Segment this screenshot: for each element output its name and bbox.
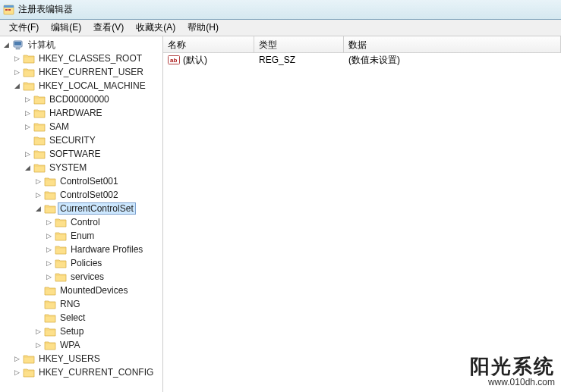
expand-icon[interactable]: ▷ — [12, 67, 21, 77]
tree-label: SECURITY — [47, 134, 98, 146]
folder-icon — [55, 230, 67, 241]
tree-label: services — [68, 271, 106, 283]
tree-node-system[interactable]: ◢SYSTEM — [23, 161, 162, 174]
tree-node-hkcc[interactable]: ▷HKEY_CURRENT_CONFIG — [12, 365, 162, 379]
list-panel[interactable]: 名称 类型 数据 (默认) REG_SZ (数值未设置) — [163, 36, 561, 392]
collapse-icon[interactable]: ◢ — [23, 163, 32, 172]
menu-favorites[interactable]: 收藏夹(A) — [130, 20, 181, 36]
titlebar: 注册表编辑器 — [0, 0, 561, 20]
string-value-icon — [168, 55, 180, 65]
tree-node-hkcr[interactable]: ▷HKEY_CLASSES_ROOT — [12, 52, 162, 65]
tree-node-software[interactable]: ▷SOFTWARE — [23, 147, 162, 161]
tree-label: Select — [58, 312, 87, 324]
folder-icon — [55, 217, 67, 227]
col-header-type[interactable]: 类型 — [254, 36, 344, 52]
cell-name: (默认) — [163, 54, 254, 67]
folder-icon — [23, 80, 35, 91]
expand-icon[interactable]: ▷ — [33, 177, 43, 186]
tree-node-wpa[interactable]: ▷WPA — [33, 338, 162, 352]
tree-node-hkcu[interactable]: ▷HKEY_CURRENT_USER — [12, 65, 162, 79]
tree-node-hwprofiles[interactable]: ▷Hardware Profiles — [44, 243, 162, 256]
tree-node-hklm[interactable]: ◢HKEY_LOCAL_MACHINE — [12, 79, 162, 93]
expand-icon[interactable]: ▷ — [23, 122, 32, 131]
tree-label: HKEY_LOCAL_MACHINE — [36, 80, 148, 92]
expand-icon[interactable]: ▷ — [12, 54, 21, 63]
folder-icon — [33, 162, 46, 173]
tree-node-select[interactable]: ▷Select — [33, 311, 162, 325]
tree-node-enum[interactable]: ▷Enum — [44, 229, 162, 243]
tree-label: MountedDevices — [58, 284, 130, 296]
tree-label: CurrentControlSet — [58, 202, 136, 215]
collapse-icon[interactable]: ◢ — [33, 204, 43, 213]
tree-node-cs001[interactable]: ▷ControlSet001 — [33, 174, 162, 188]
menubar: 文件(F) 编辑(E) 查看(V) 收藏夹(A) 帮助(H) — [0, 20, 561, 36]
folder-icon — [44, 340, 56, 350]
folder-icon — [55, 258, 67, 268]
expand-icon[interactable]: ▷ — [23, 149, 32, 158]
folder-icon — [23, 353, 35, 364]
menu-view[interactable]: 查看(V) — [87, 20, 130, 36]
tree-node-bcd[interactable]: ▷BCD00000000 — [23, 93, 162, 106]
tree-label: HKEY_USERS — [36, 353, 102, 365]
expand-icon[interactable]: ▷ — [44, 259, 53, 268]
col-header-name[interactable]: 名称 — [163, 36, 254, 52]
tree-node-control[interactable]: ▷Control — [44, 215, 162, 229]
tree-label: 计算机 — [26, 38, 58, 52]
collapse-icon[interactable]: ◢ — [12, 81, 21, 90]
expand-icon[interactable]: ▷ — [44, 231, 53, 240]
tree-node-currentcontrolset[interactable]: ◢CurrentControlSet — [33, 202, 162, 215]
tree-label: SAM — [47, 121, 71, 133]
tree-label: HKEY_CURRENT_USER — [36, 66, 146, 78]
tree-label: HKEY_CURRENT_CONFIG — [36, 366, 156, 378]
expand-icon[interactable]: ▷ — [23, 108, 32, 118]
value-name: (默认) — [183, 54, 207, 67]
cell-type: REG_SZ — [254, 55, 344, 65]
tree-label: RNG — [58, 298, 83, 310]
tree-node-hku[interactable]: ▷HKEY_USERS — [12, 352, 162, 365]
tree-node-sam[interactable]: ▷SAM — [23, 120, 162, 133]
folder-icon — [23, 53, 35, 64]
expand-icon[interactable]: ▷ — [33, 190, 43, 199]
folder-icon — [44, 326, 56, 337]
col-header-data[interactable]: 数据 — [344, 36, 561, 52]
tree-node-rng[interactable]: ▷RNG — [33, 297, 162, 311]
list-header: 名称 类型 数据 — [163, 36, 561, 53]
folder-icon — [44, 176, 56, 187]
expand-icon[interactable]: ▷ — [44, 272, 53, 281]
expand-icon[interactable]: ▷ — [33, 340, 43, 350]
expand-icon[interactable]: ▷ — [12, 354, 21, 363]
tree-node-cs002[interactable]: ▷ControlSet002 — [33, 188, 162, 202]
window-title: 注册表编辑器 — [18, 3, 73, 16]
folder-icon — [44, 203, 56, 214]
folder-icon — [33, 135, 46, 146]
expand-icon[interactable]: ▷ — [12, 368, 21, 377]
tree-node-computer[interactable]: ◢ 计算机 — [2, 38, 162, 52]
tree-label: SYSTEM — [47, 162, 89, 174]
tree-node-hardware[interactable]: ▷HARDWARE — [23, 106, 162, 120]
folder-icon — [44, 285, 56, 296]
tree-node-setup[interactable]: ▷Setup — [33, 325, 162, 338]
menu-file[interactable]: 文件(F) — [3, 20, 45, 36]
folder-icon — [23, 367, 35, 378]
menu-help[interactable]: 帮助(H) — [181, 20, 225, 36]
folder-icon — [44, 190, 56, 200]
list-row[interactable]: (默认) REG_SZ (数值未设置) — [163, 53, 561, 67]
tree-node-mounted[interactable]: ▷MountedDevices — [33, 284, 162, 297]
tree-node-security[interactable]: ▷SECURITY — [23, 133, 162, 147]
expand-icon[interactable]: ▷ — [23, 95, 32, 104]
expand-icon[interactable]: ▷ — [33, 327, 43, 336]
expand-icon[interactable]: ▷ — [44, 218, 53, 227]
tree-label: SOFTWARE — [47, 148, 103, 160]
collapse-icon[interactable]: ◢ — [2, 40, 11, 49]
computer-icon — [12, 39, 24, 50]
menu-edit[interactable]: 编辑(E) — [45, 20, 87, 36]
tree-label: Hardware Profiles — [68, 243, 145, 256]
folder-icon — [33, 121, 46, 132]
tree-node-services[interactable]: ▷services — [44, 270, 162, 284]
tree-panel[interactable]: ◢ 计算机 ▷HKEY_CLASSES_ROOT ▷HKEY_CURRENT_U… — [0, 36, 163, 392]
tree-label: HARDWARE — [47, 107, 105, 119]
expand-icon[interactable]: ▷ — [44, 245, 53, 254]
tree-node-policies[interactable]: ▷Policies — [44, 256, 162, 270]
folder-icon — [44, 312, 56, 323]
tree-label: WPA — [58, 339, 82, 351]
